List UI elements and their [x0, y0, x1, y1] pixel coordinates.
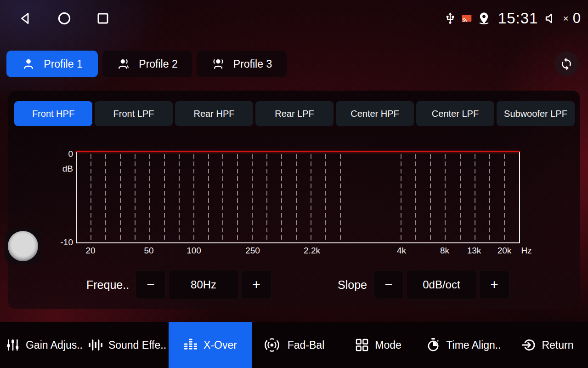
bottom-nav-item-mode[interactable]: Mode — [348, 322, 408, 368]
volume-muted-icon — [544, 12, 558, 25]
frequency-value: 80Hz — [169, 270, 238, 299]
chart-gridlines — [77, 154, 519, 242]
equalizer-icon — [183, 338, 198, 352]
crossover-chart: 0 dB -10 20501002502.2k4k8k13k20kHz — [76, 152, 520, 243]
y-axis-tick-0: 0 — [63, 149, 73, 159]
slope-value: 0dB/oct — [407, 270, 476, 299]
gridline — [401, 154, 401, 242]
volume-level: 0 — [573, 10, 581, 27]
gridline — [222, 154, 223, 242]
chart-x-ticks: 20501002502.2k4k8k13k20kHz — [77, 242, 554, 258]
bottom-nav-item-sound-effects[interactable]: Sound Effe.. — [85, 322, 168, 368]
gridline — [179, 154, 180, 242]
clock-time: 15:31 — [498, 10, 538, 27]
gridline — [266, 154, 267, 242]
gridline — [252, 154, 253, 242]
gridline — [296, 154, 297, 242]
android-recents-button[interactable] — [93, 8, 113, 29]
bottom-nav-item-return[interactable]: Return — [516, 322, 579, 368]
gridline — [208, 154, 209, 242]
gridline — [281, 154, 282, 242]
bottom-nav-label: Time Align.. — [446, 339, 501, 351]
x-axis-tick-label: 100 — [187, 246, 201, 256]
recents-square-icon — [96, 11, 110, 26]
profile-tab-label: Profile 3 — [233, 58, 272, 70]
gridline — [135, 154, 136, 242]
gridline — [237, 154, 238, 242]
slope-minus-button[interactable]: − — [373, 270, 404, 299]
back-triangle-icon — [18, 11, 34, 26]
mode-grid-icon — [355, 338, 369, 352]
frequency-label: Freque.. — [86, 278, 129, 292]
tab-subwoofer-lpf[interactable]: Subwoofer LPF — [497, 101, 575, 126]
person-variant2-icon — [211, 57, 225, 71]
person-icon — [22, 57, 35, 71]
profile-tab-label: Profile 2 — [139, 58, 177, 70]
x-axis-tick-label: 2.2k — [304, 246, 320, 256]
gridline — [460, 154, 461, 242]
profile-tab-label: Profile 1 — [44, 58, 82, 70]
bottom-nav-bar: Gain Adjus.. Sound Effe.. X-Over Fad-Bal… — [0, 322, 588, 368]
bottom-nav-label: Fad-Bal — [288, 339, 325, 351]
tab-profile-1[interactable]: Profile 1 — [6, 51, 98, 77]
knob-circle — [8, 231, 38, 261]
x-axis-unit-label: Hz — [521, 246, 531, 256]
gridline — [193, 154, 194, 242]
x-axis-tick-label: 13k — [467, 246, 481, 256]
tab-rear-hpf[interactable]: Rear HPF — [175, 101, 253, 126]
x-axis-tick-label: 50 — [144, 246, 153, 256]
bottom-nav-item-fad-bal[interactable]: Fad-Bal — [258, 322, 328, 368]
bottom-nav-label: Return — [542, 339, 573, 351]
person-variant-icon — [117, 57, 130, 71]
gridline — [489, 154, 490, 242]
gain-sliders-icon — [6, 338, 20, 352]
gridline — [475, 154, 475, 242]
location-icon — [477, 12, 491, 26]
return-arrow-icon — [521, 338, 536, 352]
gridline — [415, 154, 416, 242]
tab-rear-lpf[interactable]: Rear LPF — [255, 101, 334, 126]
android-back-button[interactable] — [16, 8, 36, 29]
bottom-nav-label: X-Over — [204, 339, 237, 351]
profile-tabs: Profile 1 Profile 2 Profile 3 — [6, 51, 287, 77]
gridline — [120, 154, 121, 242]
bottom-nav-label: Sound Effe.. — [108, 339, 166, 351]
bottom-nav-item-time-align[interactable]: Time Align.. — [420, 322, 507, 368]
x-axis-tick-label: 250 — [245, 246, 260, 256]
y-axis-unit-label: dB — [57, 164, 73, 174]
home-circle-icon — [57, 11, 72, 26]
usb-icon — [444, 12, 457, 25]
android-home-button[interactable] — [54, 8, 74, 29]
y-axis-tick-minus10: -10 — [55, 237, 73, 247]
fader-balance-icon — [262, 337, 282, 353]
sync-refresh-icon — [560, 57, 573, 71]
gridline — [90, 154, 91, 242]
floating-knob-overlay[interactable] — [5, 228, 41, 264]
stopwatch-icon — [426, 338, 441, 352]
sync-profiles-button[interactable] — [554, 52, 579, 76]
tab-front-hpf[interactable]: Front HPF — [14, 101, 92, 126]
xover-panel: Front HPF Front LPF Rear HPF Rear LPF Ce… — [8, 91, 580, 309]
frequency-control: Freque.. − 80Hz + — [86, 270, 271, 299]
slope-label: Slope — [338, 278, 367, 292]
gridline — [149, 154, 150, 242]
status-icons-cluster: 15:31 × 0 — [444, 6, 581, 30]
response-curve — [76, 151, 520, 152]
gridline — [105, 154, 106, 242]
status-bar: 15:31 × 0 — [0, 0, 588, 37]
x-axis-tick-label: 4k — [397, 246, 406, 256]
frequency-minus-button[interactable]: − — [136, 270, 166, 299]
bottom-nav-item-xover[interactable]: X-Over — [169, 322, 252, 368]
bottom-nav-label: Mode — [375, 339, 401, 351]
tab-center-hpf[interactable]: Center HPF — [336, 101, 414, 126]
bottom-nav-item-gain-adjust[interactable]: Gain Adjus.. — [3, 322, 85, 368]
tab-center-lpf[interactable]: Center LPF — [416, 101, 494, 126]
gridline — [164, 154, 165, 242]
frequency-plus-button[interactable]: + — [241, 270, 271, 299]
slope-plus-button[interactable]: + — [479, 270, 509, 299]
bottom-nav-label: Gain Adjus.. — [26, 339, 83, 351]
gridline — [430, 154, 431, 242]
tab-profile-2[interactable]: Profile 2 — [102, 51, 192, 77]
tab-profile-3[interactable]: Profile 3 — [197, 51, 287, 77]
tab-front-lpf[interactable]: Front LPF — [95, 101, 173, 126]
